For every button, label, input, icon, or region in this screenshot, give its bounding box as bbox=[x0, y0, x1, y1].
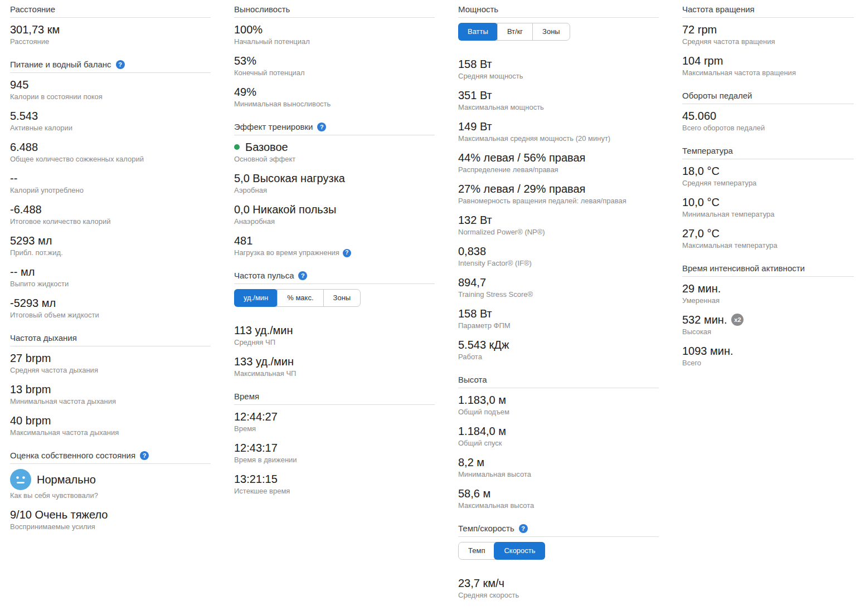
stat-value: 113 уд./мин bbox=[234, 324, 293, 337]
tab-скорость[interactable]: Скорость bbox=[494, 542, 545, 560]
stat-block: 53%Конечный потенциал bbox=[234, 54, 435, 77]
stat-value: 301,73 км bbox=[10, 23, 60, 36]
stat-label: Всего bbox=[682, 359, 854, 368]
section-header: Обороты педалей bbox=[682, 91, 854, 104]
section-title: Частота дыхания bbox=[10, 333, 77, 343]
stats-section-частота-дыхания: Частота дыхания27 brpmСредняя частота ды… bbox=[10, 333, 211, 437]
stat-value-row: 945 bbox=[10, 78, 211, 91]
stat-label-text: Минимальная высота bbox=[458, 470, 531, 479]
stat-value-row: 8,2 м bbox=[458, 456, 659, 469]
stat-label: Высокая bbox=[682, 327, 854, 336]
stat-value: 27 brpm bbox=[10, 351, 51, 365]
stat-block: 49%Минимальная выносливость bbox=[234, 85, 435, 109]
stat-value-row: 1.184,0 м bbox=[458, 424, 659, 438]
stat-value-row: 5.543 кДж bbox=[458, 338, 659, 351]
stat-label-text: Умеренная bbox=[682, 296, 720, 305]
help-icon[interactable]: ? bbox=[317, 123, 326, 131]
section-title: Частота вращения bbox=[682, 4, 755, 14]
stat-value: 351 Вт bbox=[458, 89, 492, 102]
tab-темп[interactable]: Темп bbox=[459, 542, 494, 559]
stat-label: Общее количество сожженных калорий bbox=[10, 155, 211, 164]
stat-value: -- bbox=[10, 172, 17, 185]
stat-label-text: Средняя мощность bbox=[458, 72, 523, 81]
help-icon[interactable]: ? bbox=[343, 249, 351, 257]
help-icon[interactable]: ? bbox=[116, 60, 125, 69]
stat-label-text: Параметр ФПМ bbox=[458, 321, 511, 330]
column-2: Выносливость100%Начальный потенциал53%Ко… bbox=[234, 4, 435, 613]
stat-value-row: 1.183,0 м bbox=[458, 393, 659, 407]
stat-label: Выпито жидкости bbox=[10, 280, 211, 289]
stat-block: 133 уд./минМаксимальная ЧП bbox=[234, 355, 435, 378]
stat-value: 481 bbox=[234, 234, 252, 247]
stat-label: Распределение левая/правая bbox=[458, 165, 659, 174]
stat-block: -- млВыпито жидкости bbox=[10, 265, 211, 289]
stat-block: 100%Начальный потенциал bbox=[234, 23, 435, 46]
tab-вт-кг[interactable]: Вт/кг bbox=[497, 23, 532, 40]
section-title: Выносливость bbox=[234, 4, 290, 14]
stat-block: 27 brpmСредняя частота дыхания bbox=[10, 351, 211, 375]
stat-value-row: 6.488 bbox=[10, 140, 211, 154]
stat-value-row: 45.060 bbox=[682, 109, 854, 123]
stat-block: 44% левая / 56% праваяРаспределение лева… bbox=[458, 151, 659, 174]
stat-block: 945Калории в состоянии покоя bbox=[10, 78, 211, 101]
help-icon[interactable]: ? bbox=[298, 271, 307, 280]
stat-label-text: Максимальная мощность bbox=[458, 103, 544, 112]
stat-block: 18,0 °CСредняя температура bbox=[682, 164, 854, 188]
stat-label-text: Распределение левая/правая bbox=[458, 165, 558, 174]
stat-label: Активные калории bbox=[10, 124, 211, 133]
stats-section-питание-и-водный-баланс: Питание и водный баланс?945Калории в сос… bbox=[10, 60, 211, 320]
stat-label: Максимальная высота bbox=[458, 501, 659, 510]
stat-label: Максимальная средняя мощность (20 минут) bbox=[458, 134, 659, 143]
tab-%-макс[interactable]: % макс. bbox=[277, 290, 323, 306]
stat-value: 5293 мл bbox=[10, 234, 52, 247]
stat-block: БазовоеОсновной эффект bbox=[234, 140, 435, 164]
stat-value-row: -6.488 bbox=[10, 203, 211, 216]
stat-value-row: 10,0 °C bbox=[682, 195, 854, 209]
stat-value-row: 133 уд./мин bbox=[234, 355, 435, 368]
stat-value: 23,7 км/ч bbox=[458, 576, 504, 590]
section-header: Температура bbox=[682, 146, 854, 159]
stat-block: 12:43:17Время в движении bbox=[234, 441, 435, 465]
neutral-face-icon bbox=[10, 469, 31, 490]
stat-label: Итоговое количество калорий bbox=[10, 217, 211, 226]
stat-block: 5.543Активные калории bbox=[10, 109, 211, 133]
stat-value-row: 44% левая / 56% правая bbox=[458, 151, 659, 164]
stat-block: 532 мин.x2Высокая bbox=[682, 313, 854, 336]
stat-block: 351 ВтМаксимальная мощность bbox=[458, 89, 659, 112]
column-3: МощностьВаттыВт/кгЗоны158 ВтСредняя мощн… bbox=[458, 4, 659, 613]
stat-label-text: Равномерность вращения педалей: левая/пр… bbox=[458, 197, 626, 206]
stat-value-row: 0,838 bbox=[458, 245, 659, 258]
tab-зоны[interactable]: Зоны bbox=[532, 23, 570, 40]
stat-block: 149 ВтМаксимальная средняя мощность (20 … bbox=[458, 120, 659, 143]
stat-value-row: 53% bbox=[234, 54, 435, 67]
stat-value: 12:44:27 bbox=[234, 410, 278, 423]
stat-label: Прибл. пот.жид. bbox=[10, 248, 211, 257]
section-header: Выносливость bbox=[234, 4, 435, 18]
stat-label: Воспринимаемые усилия bbox=[10, 522, 211, 531]
tab-ватты[interactable]: Ватты bbox=[458, 23, 498, 41]
stat-block: 301,73 кмРасстояние bbox=[10, 23, 211, 46]
stat-label: Минимальная частота дыхания bbox=[10, 397, 211, 406]
help-icon[interactable]: ? bbox=[140, 451, 149, 460]
stat-label: Средняя мощность bbox=[458, 72, 659, 81]
stat-block: 12:44:27Время bbox=[234, 410, 435, 433]
stat-label-text: Начальный потенциал bbox=[234, 37, 310, 46]
stat-label-text: Как вы себя чувствовали? bbox=[10, 491, 98, 500]
stat-block: 104 rpmМаксимальная частота вращения bbox=[682, 54, 854, 77]
stat-value-row: 23,7 км/ч bbox=[458, 576, 659, 590]
stat-value-row: 9/10 Очень тяжело bbox=[10, 508, 211, 521]
stat-label: Средняя температура bbox=[682, 179, 854, 188]
stat-label-text: Калорий употреблено bbox=[10, 186, 84, 195]
stat-block: 45.060Всего оборотов педалей bbox=[682, 109, 854, 133]
stat-label-text: Время в движении bbox=[234, 456, 297, 465]
stat-label-text: Минимальная выносливость bbox=[234, 100, 331, 109]
stat-value: 5,0 Высокая нагрузка bbox=[234, 172, 345, 185]
tab-зоны[interactable]: Зоны bbox=[323, 290, 361, 306]
help-icon[interactable]: ? bbox=[519, 524, 528, 533]
stat-block: 158 ВтСредняя мощность bbox=[458, 57, 659, 81]
stat-label-text: Intensity Factor® (IF®) bbox=[458, 259, 532, 268]
stats-section-выносливость: Выносливость100%Начальный потенциал53%Ко… bbox=[234, 4, 435, 109]
stat-value: 27,0 °C bbox=[682, 227, 720, 240]
tab-уд-мин[interactable]: уд./мин bbox=[234, 289, 278, 307]
stat-value: 132 Вт bbox=[458, 213, 492, 227]
